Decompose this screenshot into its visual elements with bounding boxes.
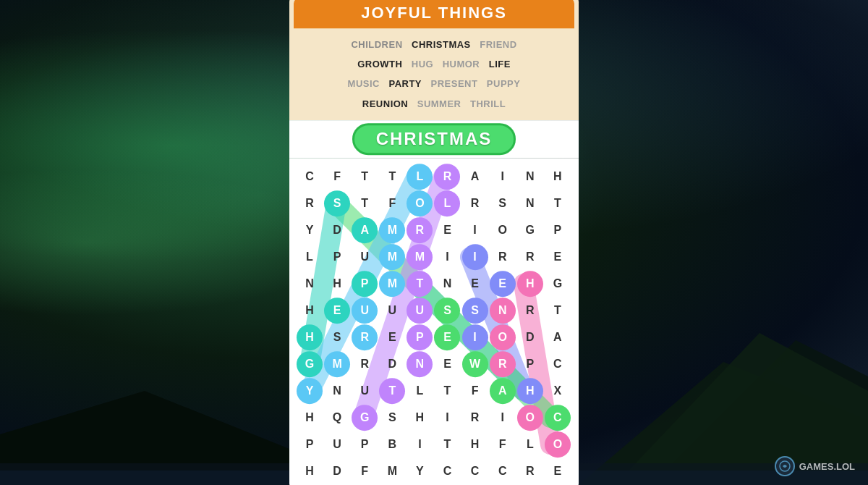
cell-8-0[interactable]: Y [297,378,323,404]
cell-7-1[interactable]: M [324,351,350,377]
cell-5-3[interactable]: U [379,298,405,324]
cell-11-1[interactable]: D [324,458,350,484]
cell-10-0[interactable]: P [297,431,323,457]
cell-8-6[interactable]: F [462,378,488,404]
cell-9-7[interactable]: I [490,405,516,431]
cell-0-9[interactable]: H [545,164,571,190]
cell-1-1[interactable]: S [324,190,350,216]
cell-11-2[interactable]: F [352,458,378,484]
cell-1-2[interactable]: T [352,190,378,216]
cell-1-0[interactable]: R [297,190,323,216]
cell-6-9[interactable]: A [545,324,571,350]
cell-10-8[interactable]: L [517,431,543,457]
cell-3-5[interactable]: I [434,244,460,270]
cell-3-6[interactable]: I [462,244,488,270]
cell-11-5[interactable]: C [434,458,460,484]
cell-0-2[interactable]: T [352,164,378,190]
cell-4-1[interactable]: H [324,271,350,297]
cell-7-6[interactable]: W [462,351,488,377]
cell-6-8[interactable]: D [517,324,543,350]
cell-4-2[interactable]: P [352,271,378,297]
cell-2-3[interactable]: M [379,217,405,243]
cell-4-7[interactable]: E [490,271,516,297]
cell-6-4[interactable]: P [407,324,433,350]
cell-7-8[interactable]: P [517,351,543,377]
cell-2-1[interactable]: D [324,217,350,243]
cell-5-6[interactable]: S [462,298,488,324]
cell-1-9[interactable]: T [545,190,571,216]
cell-6-5[interactable]: E [434,324,460,350]
cell-11-7[interactable]: C [490,458,516,484]
cell-1-8[interactable]: N [517,190,543,216]
cell-9-8[interactable]: O [517,405,543,431]
cell-0-8[interactable]: N [517,164,543,190]
cell-10-4[interactable]: I [407,431,433,457]
cell-5-1[interactable]: E [324,298,350,324]
cell-8-5[interactable]: T [434,378,460,404]
cell-2-0[interactable]: Y [297,217,323,243]
cell-1-4[interactable]: O [407,190,433,216]
cell-8-3[interactable]: T [379,378,405,404]
cell-11-6[interactable]: C [462,458,488,484]
cell-7-2[interactable]: R [352,351,378,377]
cell-9-5[interactable]: I [434,405,460,431]
cell-7-3[interactable]: D [379,351,405,377]
cell-5-2[interactable]: U [352,298,378,324]
cell-8-9[interactable]: X [545,378,571,404]
cell-7-9[interactable]: C [545,351,571,377]
cell-6-1[interactable]: S [324,324,350,350]
cell-9-1[interactable]: Q [324,405,350,431]
cell-4-0[interactable]: N [297,271,323,297]
cell-11-3[interactable]: M [379,458,405,484]
cell-6-3[interactable]: E [379,324,405,350]
cell-0-1[interactable]: F [324,164,350,190]
cell-9-0[interactable]: H [297,405,323,431]
cell-10-5[interactable]: T [434,431,460,457]
cell-4-8[interactable]: H [517,271,543,297]
cell-9-9[interactable]: C [545,405,571,431]
cell-11-8[interactable]: R [517,458,543,484]
cell-9-3[interactable]: S [379,405,405,431]
cell-10-9[interactable]: O [545,431,571,457]
cell-7-0[interactable]: G [297,351,323,377]
cell-1-6[interactable]: R [462,190,488,216]
cell-6-6[interactable]: I [462,324,488,350]
cell-8-7[interactable]: A [490,378,516,404]
cell-2-7[interactable]: O [490,217,516,243]
cell-1-7[interactable]: S [490,190,516,216]
cell-10-1[interactable]: U [324,431,350,457]
cell-10-7[interactable]: F [490,431,516,457]
cell-8-8[interactable]: H [517,378,543,404]
cell-0-5[interactable]: R [434,164,460,190]
cell-10-3[interactable]: B [379,431,405,457]
cell-0-3[interactable]: T [379,164,405,190]
cell-6-7[interactable]: O [490,324,516,350]
cell-3-4[interactable]: M [407,244,433,270]
cell-3-2[interactable]: U [352,244,378,270]
cell-11-4[interactable]: Y [407,458,433,484]
cell-3-1[interactable]: P [324,244,350,270]
cell-8-1[interactable]: N [324,378,350,404]
cell-8-2[interactable]: U [352,378,378,404]
cell-5-7[interactable]: N [490,298,516,324]
cell-0-4[interactable]: L [407,164,433,190]
cell-3-3[interactable]: M [379,244,405,270]
cell-2-9[interactable]: P [545,217,571,243]
cell-4-6[interactable]: E [462,271,488,297]
cell-6-2[interactable]: R [352,324,378,350]
letter-grid[interactable]: CFTTLRAINHRSTFOLRSNTYDAMREIOGPLPUMMIIRRE… [297,164,571,484]
cell-0-0[interactable]: C [297,164,323,190]
cell-4-3[interactable]: M [379,271,405,297]
cell-9-4[interactable]: H [407,405,433,431]
cell-9-6[interactable]: R [462,405,488,431]
cell-5-9[interactable]: T [545,298,571,324]
cell-0-6[interactable]: A [462,164,488,190]
cell-0-7[interactable]: I [490,164,516,190]
cell-11-9[interactable]: E [545,458,571,484]
cell-3-7[interactable]: R [490,244,516,270]
cell-9-2[interactable]: G [352,405,378,431]
cell-7-4[interactable]: N [407,351,433,377]
cell-1-5[interactable]: L [434,190,460,216]
cell-4-5[interactable]: N [434,271,460,297]
cell-10-2[interactable]: P [352,431,378,457]
